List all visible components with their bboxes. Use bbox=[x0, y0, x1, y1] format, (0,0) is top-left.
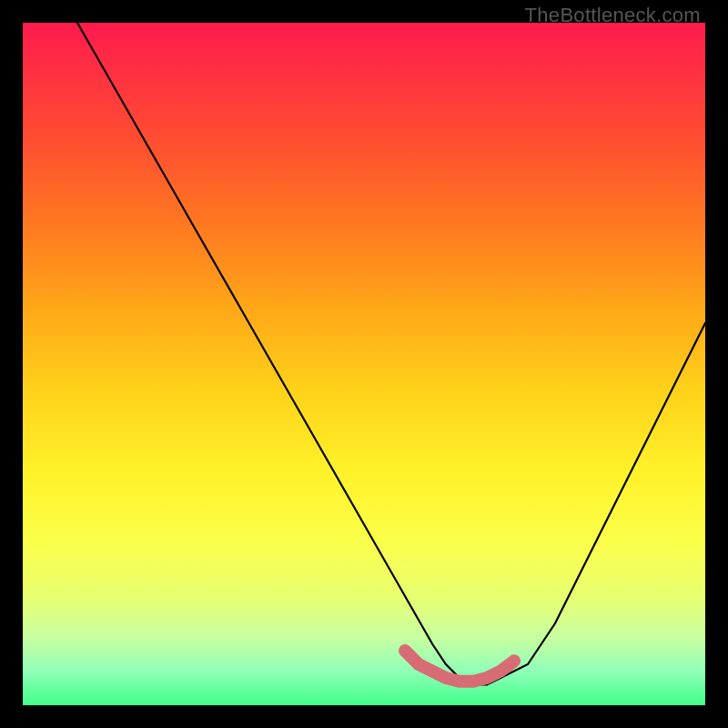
chart-frame bbox=[23, 23, 705, 705]
watermark-text: TheBottleneck.com bbox=[525, 4, 701, 27]
highlight-bottom bbox=[405, 651, 514, 682]
bottleneck-curve bbox=[77, 23, 705, 685]
chart-svg bbox=[23, 23, 705, 705]
